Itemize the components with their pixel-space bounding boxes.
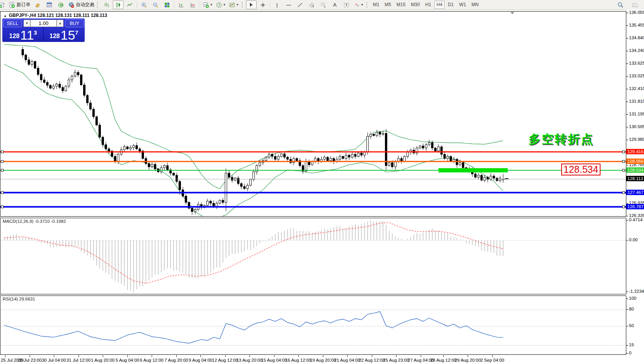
indicators-button[interactable]: ▼ [202,0,214,9]
buy-price[interactable]: 128 15 7 [44,28,84,42]
buy-button[interactable]: BUY [65,19,84,27]
price-tick-label: 130.595 [629,124,644,129]
periods-button[interactable]: ▼ [215,0,227,9]
price-axis[interactable]: 136.055135.455134.840134.240133.625133.0… [626,10,644,355]
timeframe-m1[interactable]: M1 [371,1,382,9]
text-tool-button[interactable]: A [330,0,340,9]
price-tick [626,51,628,51]
time-tick [274,355,274,357]
price-tick-label: 133.025 [629,73,644,78]
price-level-label[interactable]: 128.534 [561,164,601,175]
line-chart-type-button[interactable] [124,0,135,9]
macd-pane[interactable]: MACD(12,26,9) -0.3710 -0.1982 [0,218,626,294]
fibonacci-tool-button[interactable]: F [318,0,329,9]
text-label-tool-button[interactable]: T [341,0,352,9]
one-click-trading-panel: SELL ▼ 1.00 ▲ BUY 128 11 3 128 15 7 [2,18,85,42]
time-tick [421,355,421,357]
candlestick-chart[interactable] [0,12,626,216]
support-zone-rectangle[interactable] [438,168,508,172]
autotrading-icon [68,2,74,8]
volume-decrease-button[interactable]: ▼ [23,20,30,27]
toolbar-grip-2[interactable] [242,2,244,8]
auto-scroll-button[interactable] [176,0,187,9]
time-tick [396,355,396,357]
timeframe-m5[interactable]: M5 [382,1,393,9]
chart-shift-marker-icon[interactable] [510,12,514,14]
price-tick [626,89,628,89]
time-tick [225,355,226,357]
timeframe-h4[interactable]: H4 [434,1,445,9]
price-tick [626,309,628,310]
time-axis[interactable]: 25 Jul 201928 Jul 23:0030 Jul 04:0031 Ju… [0,355,644,364]
timeframe-m15[interactable]: M15 [394,1,408,9]
candlestick-chart-type-button[interactable] [113,0,124,9]
chart-shift-button[interactable] [187,0,198,9]
timeframe-m30[interactable]: M30 [408,1,422,9]
time-tick [30,355,30,357]
volume-increase-button[interactable]: ▲ [57,20,64,27]
price-tick-label: 131.195 [629,112,644,116]
turning-point-annotation[interactable]: 多空转折点 [529,131,594,147]
eraser-icon [35,2,41,8]
vertical-line-tool-button[interactable]: | [272,0,283,9]
charts-window-icon [46,2,52,8]
indicators-dropdown-arrow: ▼ [210,3,213,7]
time-tick-label: 2 Sep 04:00 [475,358,510,362]
toolbar-grip[interactable] [97,2,100,8]
svg-text:T: T [345,3,348,7]
trading-terminal-window: 新订单 自动交易 [0,0,644,364]
price-tick-label: 132.410 [629,86,644,91]
price-tick-label: 100 [629,296,636,301]
horizontal-level-lines[interactable] [0,151,626,208]
charts-window-button[interactable] [44,0,55,9]
chat-button[interactable] [629,0,640,9]
rsi-line [4,312,503,343]
zoom-out-button[interactable] [150,0,161,9]
new-order-button[interactable]: 新订单 [8,0,32,9]
price-tick [626,13,628,13]
horizontal-line-tool-button[interactable]: — [283,0,294,9]
price-tick [626,38,628,38]
signal-button[interactable] [55,0,66,9]
timeframe-w1[interactable]: W1 [457,1,468,9]
price-tick-label: 0 [629,351,631,355]
equidistant-channel-tool-button[interactable]: E [306,0,317,9]
bar-chart-type-button[interactable] [101,0,112,9]
search-button[interactable] [615,0,626,9]
timeframe-h1[interactable]: H1 [423,1,433,9]
price-tick-label: 50 [629,323,634,328]
trendline-tool-button[interactable] [295,0,306,9]
svg-text:F: F [324,6,326,8]
toolbar-grip-3[interactable] [366,2,369,8]
sell-button[interactable]: SELL [3,19,22,27]
price-tick-label: -1.2234 [629,289,644,294]
price-badge: 129.416 [626,149,644,154]
autotrading-label: 自动交易 [76,2,94,8]
time-tick [79,355,79,357]
tile-windows-button[interactable] [162,0,172,9]
crosshair-tool-button[interactable] [258,0,268,9]
cursor-tool-button[interactable] [246,0,257,9]
templates-button[interactable]: ▼ [228,0,240,9]
arrows-tool-button[interactable]: ▼ [353,0,365,9]
eraser-button[interactable] [32,0,43,9]
sell-price[interactable]: 128 11 3 [3,28,44,42]
zoom-in-button[interactable] [139,0,149,9]
collapse-quote-panel-icon[interactable]: ▲ [3,14,7,18]
rsi-pane[interactable]: RSI(14) 29.6631 [0,296,626,355]
timeframe-d1[interactable]: D1 [445,1,456,9]
price-tick-label: 133.625 [629,61,644,65]
symbol-header: ▲GBPJPY-,H4 128.121 128.131 128.111 128.… [3,13,107,18]
price-tick [626,63,628,64]
autotrading-button[interactable]: 自动交易 [67,0,95,9]
price-tick-label: 135.455 [629,23,644,27]
price-tick-label: 80 [629,307,634,311]
clipped-new-chart-icon[interactable] [0,0,7,9]
volume-input[interactable]: 1.00 [30,20,57,27]
symbol-ohlc-text: GBPJPY-,H4 128.121 128.131 128.111 128.1… [9,13,107,18]
timeframe-mn[interactable]: MN [469,1,481,9]
rsi-chart[interactable] [0,296,626,354]
main-chart-pane[interactable]: ▲GBPJPY-,H4 128.121 128.131 128.111 128.… [0,11,626,217]
macd-chart[interactable] [0,218,626,294]
price-tick [626,299,628,299]
